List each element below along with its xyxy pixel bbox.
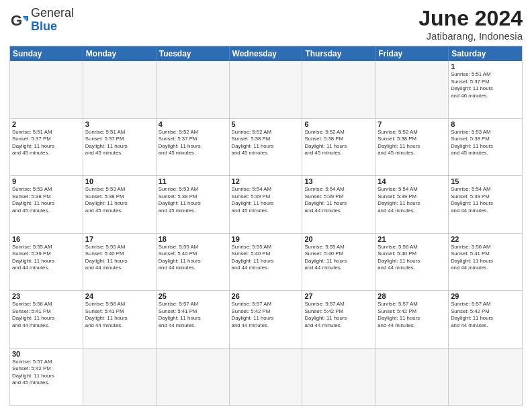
- calendar-cell: [83, 61, 157, 118]
- calendar-cell: 3Sunrise: 5:51 AM Sunset: 5:37 PM Daylig…: [83, 119, 157, 175]
- day-number: 15: [451, 177, 520, 185]
- calendar: SundayMondayTuesdayWednesdayThursdayFrid…: [9, 46, 523, 406]
- calendar-cell: [230, 349, 303, 405]
- calendar-cell: 6Sunrise: 5:52 AM Sunset: 5:38 PM Daylig…: [302, 119, 375, 175]
- day-number: 29: [451, 292, 520, 300]
- calendar-header-cell: Wednesday: [230, 46, 303, 61]
- day-number: 24: [85, 292, 154, 300]
- day-info: Sunrise: 5:51 AM Sunset: 5:37 PM Dayligh…: [12, 129, 81, 157]
- calendar-week-row: 9Sunrise: 5:53 AM Sunset: 5:38 PM Daylig…: [10, 175, 522, 232]
- day-info: Sunrise: 5:52 AM Sunset: 5:38 PM Dayligh…: [304, 129, 373, 157]
- calendar-header-cell: Sunday: [10, 46, 83, 61]
- day-info: Sunrise: 5:55 AM Sunset: 5:39 PM Dayligh…: [12, 244, 81, 272]
- calendar-cell: 20Sunrise: 5:55 AM Sunset: 5:40 PM Dayli…: [302, 234, 375, 290]
- day-number: 3: [85, 120, 154, 128]
- calendar-week-row: 30Sunrise: 5:57 AM Sunset: 5:42 PM Dayli…: [10, 348, 522, 405]
- calendar-cell: 16Sunrise: 5:55 AM Sunset: 5:39 PM Dayli…: [10, 234, 83, 290]
- calendar-week-row: 1Sunrise: 5:51 AM Sunset: 5:37 PM Daylig…: [10, 61, 522, 118]
- svg-text:G: G: [11, 12, 22, 29]
- day-info: Sunrise: 5:56 AM Sunset: 5:40 PM Dayligh…: [378, 244, 446, 272]
- calendar-cell: [375, 349, 449, 405]
- day-info: Sunrise: 5:56 AM Sunset: 5:41 PM Dayligh…: [85, 301, 154, 329]
- calendar-cell: 28Sunrise: 5:57 AM Sunset: 5:42 PM Dayli…: [375, 291, 449, 347]
- calendar-cell: 10Sunrise: 5:53 AM Sunset: 5:38 PM Dayli…: [83, 176, 157, 232]
- calendar-cell: [83, 349, 157, 405]
- day-info: Sunrise: 5:57 AM Sunset: 5:42 PM Dayligh…: [378, 301, 446, 329]
- calendar-header-cell: Tuesday: [157, 46, 230, 61]
- day-info: Sunrise: 5:56 AM Sunset: 5:41 PM Dayligh…: [12, 301, 81, 329]
- calendar-cell: 24Sunrise: 5:56 AM Sunset: 5:41 PM Dayli…: [83, 291, 157, 347]
- calendar-cell: [230, 61, 303, 118]
- day-info: Sunrise: 5:53 AM Sunset: 5:38 PM Dayligh…: [159, 186, 227, 214]
- calendar-cell: 7Sunrise: 5:52 AM Sunset: 5:38 PM Daylig…: [375, 119, 449, 175]
- day-number: 25: [159, 292, 227, 300]
- day-info: Sunrise: 5:57 AM Sunset: 5:42 PM Dayligh…: [451, 301, 520, 329]
- calendar-week-row: 16Sunrise: 5:55 AM Sunset: 5:39 PM Dayli…: [10, 233, 522, 290]
- day-number: 26: [232, 292, 300, 300]
- calendar-cell: 29Sunrise: 5:57 AM Sunset: 5:42 PM Dayli…: [449, 291, 522, 347]
- calendar-cell: 26Sunrise: 5:57 AM Sunset: 5:42 PM Dayli…: [230, 291, 303, 347]
- day-info: Sunrise: 5:54 AM Sunset: 5:39 PM Dayligh…: [304, 186, 373, 214]
- header: G GeneralBlue June 2024 Jatibarang, Indo…: [9, 7, 523, 42]
- logo-text: GeneralBlue: [31, 7, 74, 34]
- calendar-cell: 8Sunrise: 5:53 AM Sunset: 5:38 PM Daylig…: [449, 119, 522, 175]
- day-number: 30: [12, 350, 81, 358]
- day-number: 19: [232, 235, 300, 243]
- calendar-week-row: 2Sunrise: 5:51 AM Sunset: 5:37 PM Daylig…: [10, 118, 522, 175]
- calendar-cell: [157, 349, 230, 405]
- day-number: 10: [85, 177, 154, 185]
- calendar-cell: [10, 61, 83, 118]
- day-info: Sunrise: 5:55 AM Sunset: 5:40 PM Dayligh…: [232, 244, 300, 272]
- calendar-cell: 27Sunrise: 5:57 AM Sunset: 5:42 PM Dayli…: [302, 291, 375, 347]
- calendar-cell: 2Sunrise: 5:51 AM Sunset: 5:37 PM Daylig…: [10, 119, 83, 175]
- day-info: Sunrise: 5:56 AM Sunset: 5:41 PM Dayligh…: [451, 244, 520, 272]
- day-number: 28: [378, 292, 446, 300]
- day-info: Sunrise: 5:57 AM Sunset: 5:42 PM Dayligh…: [12, 359, 81, 387]
- calendar-cell: 14Sunrise: 5:54 AM Sunset: 5:39 PM Dayli…: [375, 176, 449, 232]
- day-info: Sunrise: 5:53 AM Sunset: 5:38 PM Dayligh…: [451, 129, 520, 157]
- day-number: 18: [159, 235, 227, 243]
- calendar-cell: 12Sunrise: 5:54 AM Sunset: 5:39 PM Dayli…: [230, 176, 303, 232]
- day-number: 22: [451, 235, 520, 243]
- calendar-header-row: SundayMondayTuesdayWednesdayThursdayFrid…: [10, 46, 522, 61]
- logo-icon: G: [9, 11, 28, 30]
- day-number: 8: [451, 120, 520, 128]
- day-number: 13: [304, 177, 373, 185]
- calendar-cell: 19Sunrise: 5:55 AM Sunset: 5:40 PM Dayli…: [230, 234, 303, 290]
- calendar-cell: 11Sunrise: 5:53 AM Sunset: 5:38 PM Dayli…: [157, 176, 230, 232]
- day-info: Sunrise: 5:57 AM Sunset: 5:42 PM Dayligh…: [304, 301, 373, 329]
- day-info: Sunrise: 5:52 AM Sunset: 5:38 PM Dayligh…: [232, 129, 300, 157]
- calendar-cell: [449, 349, 522, 405]
- day-number: 27: [304, 292, 373, 300]
- subtitle: Jatibarang, Indonesia: [418, 30, 523, 42]
- day-number: 16: [12, 235, 81, 243]
- calendar-cell: 21Sunrise: 5:56 AM Sunset: 5:40 PM Dayli…: [375, 234, 449, 290]
- day-info: Sunrise: 5:57 AM Sunset: 5:41 PM Dayligh…: [159, 301, 227, 329]
- day-number: 2: [12, 120, 81, 128]
- svg-marker-2: [23, 17, 27, 21]
- title-block: June 2024 Jatibarang, Indonesia: [418, 7, 523, 42]
- page: G GeneralBlue June 2024 Jatibarang, Indo…: [0, 0, 532, 411]
- day-info: Sunrise: 5:51 AM Sunset: 5:37 PM Dayligh…: [451, 71, 520, 99]
- calendar-cell: 1Sunrise: 5:51 AM Sunset: 5:37 PM Daylig…: [449, 61, 522, 118]
- calendar-cell: [302, 349, 375, 405]
- calendar-cell: 13Sunrise: 5:54 AM Sunset: 5:39 PM Dayli…: [302, 176, 375, 232]
- calendar-cell: 17Sunrise: 5:55 AM Sunset: 5:40 PM Dayli…: [83, 234, 157, 290]
- calendar-header-cell: Friday: [375, 46, 449, 61]
- day-info: Sunrise: 5:52 AM Sunset: 5:38 PM Dayligh…: [378, 129, 446, 157]
- calendar-week-row: 23Sunrise: 5:56 AM Sunset: 5:41 PM Dayli…: [10, 290, 522, 347]
- day-info: Sunrise: 5:55 AM Sunset: 5:40 PM Dayligh…: [85, 244, 154, 272]
- calendar-cell: [375, 61, 449, 118]
- calendar-header-cell: Monday: [83, 46, 157, 61]
- day-info: Sunrise: 5:52 AM Sunset: 5:37 PM Dayligh…: [159, 129, 227, 157]
- calendar-cell: [302, 61, 375, 118]
- calendar-cell: 23Sunrise: 5:56 AM Sunset: 5:41 PM Dayli…: [10, 291, 83, 347]
- calendar-body: 1Sunrise: 5:51 AM Sunset: 5:37 PM Daylig…: [10, 61, 522, 405]
- calendar-cell: 25Sunrise: 5:57 AM Sunset: 5:41 PM Dayli…: [157, 291, 230, 347]
- calendar-cell: 15Sunrise: 5:54 AM Sunset: 5:39 PM Dayli…: [449, 176, 522, 232]
- day-number: 4: [159, 120, 227, 128]
- calendar-cell: 30Sunrise: 5:57 AM Sunset: 5:42 PM Dayli…: [10, 349, 83, 405]
- calendar-cell: [157, 61, 230, 118]
- day-number: 11: [159, 177, 227, 185]
- day-number: 1: [451, 62, 520, 71]
